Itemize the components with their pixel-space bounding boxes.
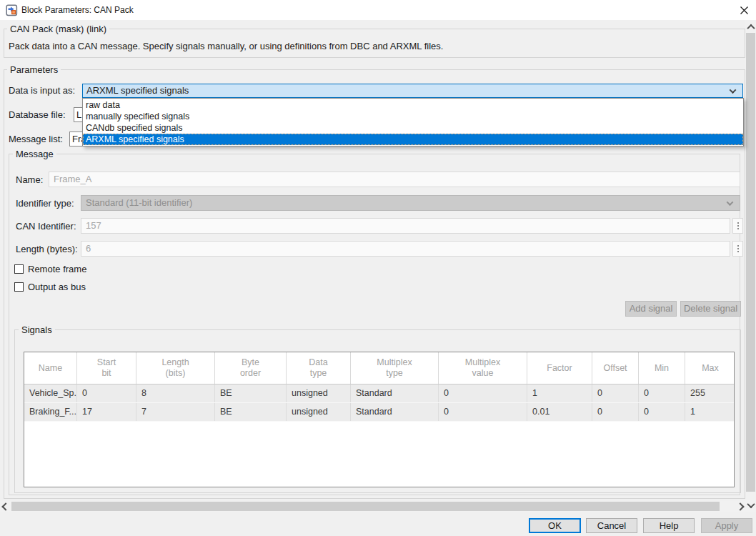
dropdown-option[interactable]: raw data [83, 99, 743, 111]
column-header: Start bit [77, 352, 136, 384]
scroll-down-button[interactable] [745, 500, 756, 510]
remote-frame-label: Remote frame [28, 264, 86, 274]
can-identifier-value: 157 [86, 220, 101, 231]
name-field-value: Frame_A [54, 174, 91, 184]
table-cell[interactable]: 255 [685, 384, 735, 402]
column-header: Byte order [215, 352, 287, 384]
mask-description: Pack data into a CAN message. Specify si… [9, 41, 443, 51]
vertical-dots-icon [737, 225, 739, 227]
chevron-down-icon [727, 199, 734, 206]
vertical-dots-icon [737, 248, 739, 249]
cancel-button[interactable]: Cancel [586, 518, 637, 533]
signals-table-header: NameStart bitLength (bits)Byte orderData… [24, 352, 734, 384]
table-cell[interactable]: 0 [592, 403, 639, 421]
table-cell[interactable]: 0 [592, 384, 639, 402]
data-input-label: Data is input as: [9, 85, 75, 96]
ok-button[interactable]: OK [529, 518, 581, 533]
chevron-right-icon [736, 502, 744, 510]
scroll-up-button[interactable] [745, 21, 756, 32]
database-file-label: Database file: [9, 109, 66, 120]
name-label: Name: [16, 174, 43, 185]
message-list-label: Message list: [9, 134, 63, 144]
identifier-type-combobox: Standard (11-bit identifier) [81, 195, 740, 211]
table-cell[interactable]: Standard [351, 384, 439, 402]
table-row[interactable]: Vehicle_Sp...08BEunsignedStandard0100255 [24, 384, 734, 403]
table-cell[interactable]: 0 [77, 384, 136, 402]
identifier-type-value: Standard (11-bit identifier) [86, 197, 192, 208]
table-cell[interactable]: 1 [527, 384, 592, 402]
column-header: Length (bits) [136, 352, 215, 384]
remote-frame-checkbox[interactable] [14, 264, 24, 274]
column-header: Min [639, 352, 685, 384]
table-cell[interactable]: 7 [136, 403, 215, 421]
chevron-left-icon [1, 502, 9, 510]
column-header: Offset [592, 352, 639, 384]
apply-button: Apply [701, 518, 752, 533]
scroll-right-button[interactable] [735, 501, 745, 512]
table-cell[interactable]: Braking_F... [24, 403, 77, 421]
close-icon [740, 6, 749, 15]
chevron-up-icon [747, 24, 755, 31]
table-row[interactable]: Braking_F...177BEunsignedStandard00.0100… [24, 403, 734, 422]
column-header: Data type [287, 352, 351, 384]
column-header: Name [24, 352, 77, 384]
identifier-type-label: Identifier type: [16, 198, 74, 209]
vertical-scrollbar-thumb[interactable] [746, 33, 755, 492]
window-title: Block Parameters: CAN Pack [21, 5, 134, 15]
table-cell[interactable]: BE [215, 384, 287, 402]
help-button[interactable]: Help [643, 518, 695, 533]
parameters-groupbox-label: Parameters [7, 64, 61, 75]
table-cell[interactable]: unsigned [287, 384, 351, 402]
block-parameters-dialog: Block Parameters: CAN Pack CAN Pack (mas… [0, 0, 756, 536]
signals-groupbox-label: Signals [19, 324, 55, 335]
data-input-combobox-value: ARXML specified signals [86, 85, 189, 96]
can-identifier-spinner-button [732, 218, 743, 234]
dropdown-option[interactable]: manually specified signals [83, 111, 743, 122]
table-cell[interactable]: 0 [439, 384, 527, 402]
table-cell[interactable]: 8 [136, 384, 215, 402]
table-cell[interactable]: 0 [639, 384, 685, 402]
delete-signal-button: Delete signal [680, 301, 741, 317]
name-field: Frame_A [49, 172, 740, 187]
column-header: Max [685, 352, 735, 384]
add-signal-button: Add signal [625, 301, 677, 317]
table-cell[interactable]: 0 [439, 403, 527, 421]
scroll-left-button[interactable] [0, 501, 11, 512]
table-cell[interactable]: Standard [351, 403, 439, 421]
data-input-combobox[interactable]: ARXML specified signals [82, 84, 743, 98]
chevron-down-icon [747, 500, 755, 507]
length-bytes-value: 6 [86, 243, 91, 254]
table-cell[interactable]: 0 [639, 403, 685, 421]
can-identifier-field: 157 [81, 218, 730, 234]
output-as-bus-checkbox[interactable] [14, 282, 24, 292]
horizontal-scrollbar-thumb[interactable] [11, 502, 720, 511]
length-bytes-label: Length (bytes): [16, 244, 78, 254]
length-bytes-field: 6 [81, 241, 730, 257]
signals-table-body: Vehicle_Sp...08BEunsignedStandard0100255… [24, 384, 734, 422]
mask-groupbox-label: CAN Pack (mask) (link) [7, 24, 109, 34]
table-cell[interactable]: unsigned [287, 403, 351, 421]
close-button[interactable] [732, 0, 756, 20]
title-bar: Block Parameters: CAN Pack [0, 0, 756, 20]
length-bytes-spinner-button [732, 241, 743, 257]
table-cell[interactable]: Vehicle_Sp... [24, 384, 77, 402]
simulink-block-icon [6, 4, 18, 16]
column-header: Multiplex value [439, 352, 527, 384]
column-header: Factor [527, 352, 592, 384]
output-as-bus-label: Output as bus [28, 282, 86, 292]
dropdown-option[interactable]: CANdb specified signals [83, 122, 743, 134]
dropdown-option[interactable]: ARXML specified signals [83, 134, 743, 145]
can-identifier-label: CAN Identifier: [16, 221, 76, 232]
table-cell[interactable]: 1 [685, 403, 735, 421]
column-header: Multiplex type [351, 352, 439, 384]
signals-table: NameStart bitLength (bits)Byte orderData… [24, 352, 735, 487]
table-cell[interactable]: BE [215, 403, 287, 421]
chevron-down-icon [730, 86, 737, 94]
table-cell[interactable]: 17 [77, 403, 136, 421]
message-groupbox-label: Message [13, 149, 56, 159]
table-cell[interactable]: 0.01 [527, 403, 592, 421]
data-input-dropdown-list: raw datamanually specified signalsCANdb … [82, 98, 744, 147]
